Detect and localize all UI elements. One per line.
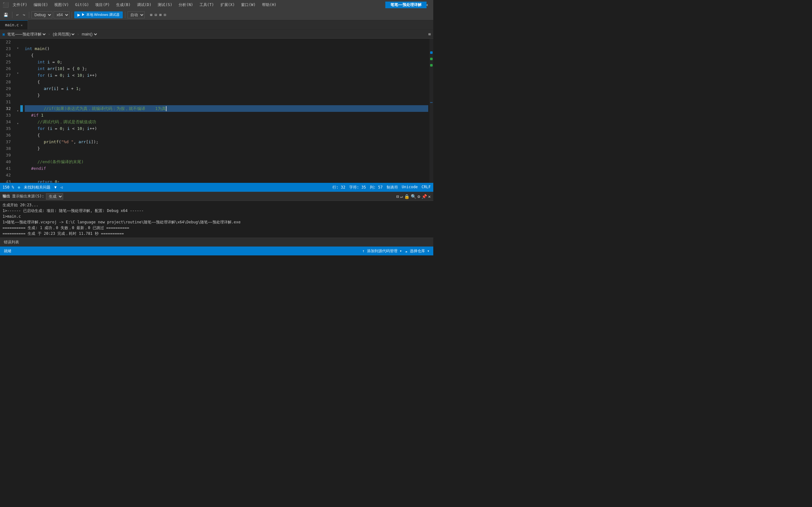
menu-file[interactable]: 文件(F): [10, 2, 30, 8]
menu-view[interactable]: 视图(V): [52, 2, 71, 8]
menu-build[interactable]: 生成(B): [113, 2, 133, 8]
symbol-select[interactable]: main(): [81, 32, 98, 37]
toolbar-separator-4: [125, 12, 125, 18]
output-find-icon[interactable]: 🔍: [411, 194, 416, 199]
encoding-info[interactable]: Unicode: [402, 185, 418, 190]
editor-area: 22 23 24 25 26 27 28 29 30 31 32 33 34 3…: [0, 39, 433, 183]
line-info[interactable]: 行: 32: [333, 185, 345, 190]
tab-close-icon[interactable]: ✕: [20, 23, 22, 27]
window-title: 笔笔——预处理详解: [386, 2, 426, 8]
code-line-37: printf("%d ", arr[i]);: [25, 138, 428, 145]
gutter: [20, 39, 23, 183]
code-line-29: arr[i] = i + 1;: [25, 85, 428, 92]
col-info[interactable]: 列: 57: [370, 185, 383, 190]
code-line-26: int arr[10] = { 0 };: [25, 65, 428, 72]
nav-icon: ▣: [3, 32, 5, 37]
fold-23[interactable]: ▾: [15, 45, 20, 51]
toolbar-btn-icons[interactable]: ⊞ ⊟ ⊠ ⊡: [148, 12, 168, 18]
code-line-25: int i = 0;: [25, 59, 428, 65]
no-issues-label[interactable]: 未找到相关问题: [24, 185, 50, 190]
tabbar: main.c ✕: [0, 20, 433, 30]
line-ending-info[interactable]: CRLF: [421, 185, 431, 190]
menu-extensions[interactable]: 扩展(X): [218, 2, 238, 8]
output-panel-title: 输出: [3, 193, 10, 199]
fold-27[interactable]: ▾: [15, 70, 20, 76]
run-label: ▶ 本地 Windows 调试器: [82, 12, 119, 17]
menu-edit[interactable]: 编辑(E): [31, 2, 51, 8]
zoom-level[interactable]: 150 %: [3, 185, 14, 189]
errorlist-bar: 错误列表: [0, 238, 433, 246]
status-scroll-icon[interactable]: ◁: [61, 185, 63, 189]
output-clear-icon[interactable]: ⊟: [396, 194, 399, 199]
fold-35[interactable]: ▾: [15, 120, 20, 126]
status-filter-icon[interactable]: ▼: [54, 185, 56, 189]
output-source-select[interactable]: 生成: [46, 193, 63, 200]
output-line-4: 1>随笔——预处理详解.vcxproj -> E:\C language new…: [3, 219, 431, 225]
minimap-scrollbar[interactable]: [428, 39, 433, 183]
toolbar-separator-2: [29, 12, 29, 18]
tab-info[interactable]: 制表符: [387, 185, 398, 190]
code-line-27: for (i = 0; i < 10; i++): [25, 72, 428, 78]
char-info[interactable]: 字符: 35: [349, 185, 366, 190]
code-line-36: {: [25, 132, 428, 138]
menu-debug[interactable]: 调试(D): [135, 2, 154, 8]
code-line-34: //调试代码，调试是否赋值成功: [25, 118, 428, 125]
menu-test[interactable]: 测试(S): [155, 2, 175, 8]
ready-status: 就绪: [4, 248, 11, 254]
platform-select[interactable]: x64: [54, 11, 69, 18]
code-content[interactable]: int main() { int i = 0; int arr[10] = { …: [23, 39, 428, 183]
code-line-42: [25, 172, 428, 178]
nav-separator-2: ›: [77, 32, 79, 37]
tab-main-c[interactable]: main.c ✕: [0, 20, 28, 30]
menu-git[interactable]: Git(G): [72, 2, 91, 8]
titlebar-left: ⬛ 文件(F) 编辑(E) 视图(V) Git(G) 项目(P) 生成(B) 调…: [3, 2, 279, 8]
code-line-24: {: [25, 52, 428, 59]
statusbar: 150 % ● 未找到相关问题 ▼ ◁ 行: 32 字符: 35 列: 57 制…: [0, 183, 433, 192]
output-header-right: ⊟ ↵ 🔒 🔍 ⚙ 📌 ✕: [396, 194, 431, 199]
code-line-35: for (i = 0; i < 10; i++): [25, 125, 428, 132]
output-line-6: ========== 生成 于 20:23 完成，耗时 11.781 秒 ===…: [3, 231, 431, 236]
output-close-icon[interactable]: ✕: [428, 194, 431, 199]
menu-window[interactable]: 窗口(W): [239, 2, 258, 8]
bottom-statusbar: 就绪 ↑ 添加到源代码管理 ▾ ☁ 选择仓库 ▾: [0, 246, 433, 256]
play-icon: ▶: [78, 13, 80, 17]
undo-icon[interactable]: ↩: [14, 12, 20, 18]
code-line-33: #if 1: [25, 112, 428, 118]
code-line-31: [25, 99, 428, 105]
code-line-32: //if(如果)表达式为真，就编译代码；为假，就不编译 1为真: [25, 105, 428, 112]
debug-config-select[interactable]: Debug: [32, 11, 52, 18]
save-icon[interactable]: 💾: [2, 12, 10, 18]
output-wrap-icon[interactable]: ↵: [400, 194, 403, 199]
code-line-41: #endif: [25, 165, 428, 172]
select-repo-button[interactable]: ☁ 选择仓库 ▾: [405, 248, 429, 254]
fold-33[interactable]: ▾: [15, 108, 20, 114]
navpath: ▣ 笔笔——预处理详解 › (全局范围) › main() ⊞: [0, 30, 433, 39]
output-panel: 输出 显示输出来源(S): 生成 ⊟ ↵ 🔒 🔍 ⚙ 📌 ✕ 生成开始 20:2…: [0, 192, 433, 238]
tab-label: main.c: [5, 23, 19, 27]
titlebar: ⬛ 文件(F) 编辑(E) 视图(V) Git(G) 项目(P) 生成(B) 调…: [0, 0, 433, 9]
menu-project[interactable]: 项目(P): [93, 2, 112, 8]
statusbar-right: 行: 32 字符: 35 列: 57 制表符 Unicode CRLF: [333, 185, 431, 190]
output-pin-icon[interactable]: 📌: [421, 194, 427, 199]
code-line-22: [25, 39, 428, 45]
status-icon: ●: [18, 185, 20, 189]
menu-tools[interactable]: 工具(T): [197, 2, 217, 8]
scope-select[interactable]: (全局范围): [51, 32, 75, 37]
add-source-control-button[interactable]: ↑ 添加到源代码管理 ▾: [362, 248, 402, 254]
output-line-5: ========== 生成: 1 成功，0 失败，0 最新，0 已跳过 ====…: [3, 225, 431, 231]
code-line-39: [25, 152, 428, 158]
toolbar-separator-1: [12, 12, 12, 18]
project-select[interactable]: 笔笔——预处理详解: [6, 32, 47, 37]
errorlist-label[interactable]: 错误列表: [4, 239, 19, 245]
menu-help[interactable]: 帮助(H): [259, 2, 279, 8]
output-lock-icon[interactable]: 🔒: [404, 194, 409, 199]
code-line-40: //end(条件编译的末尾): [25, 158, 428, 165]
output-settings-icon[interactable]: ⚙: [417, 194, 420, 199]
output-line-2: 1>------ 已启动生成: 项目: 随笔——预处理详解, 配置: Debug…: [3, 208, 431, 214]
auto-select[interactable]: 自动: [128, 11, 145, 18]
menu-analyze[interactable]: 分析(N): [176, 2, 196, 8]
fold-column: ▾ ▾ ▾ ▾: [15, 39, 20, 183]
run-button[interactable]: ▶ ▶ 本地 Windows 调试器: [74, 11, 123, 18]
redo-icon[interactable]: ↪: [21, 12, 27, 18]
nav-expand-icon[interactable]: ⊞: [428, 32, 431, 37]
